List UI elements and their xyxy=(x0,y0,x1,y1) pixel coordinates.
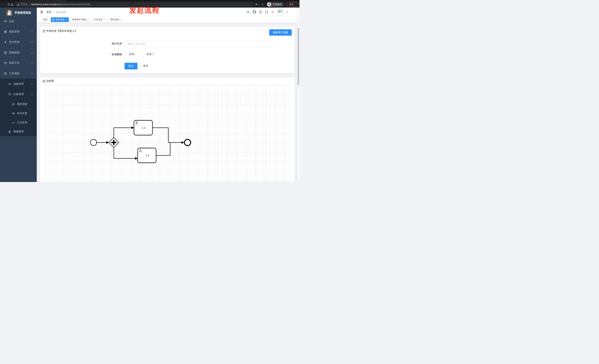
breadcrumb-home[interactable]: 首页 xyxy=(46,10,52,14)
url-path: /bpm/process-instance/create xyxy=(60,3,90,6)
picture-icon xyxy=(43,80,45,83)
password-key-icon[interactable] xyxy=(255,3,258,6)
chevron-down-icon xyxy=(31,31,33,33)
checkbox-option-1[interactable]: 选项一 xyxy=(124,53,137,56)
sidebar-item-payment[interactable]: ¥ 支付管理 xyxy=(0,37,37,47)
browser-active-tab[interactable] xyxy=(20,0,67,1)
chrome-menu-kebab-icon[interactable]: ⋮ xyxy=(295,3,297,6)
sidebar-item-todo-tasks[interactable]: 待办任务 xyxy=(0,109,37,118)
back-icon[interactable]: ← xyxy=(1,3,3,6)
user-icon xyxy=(8,130,11,133)
chevron-down-icon xyxy=(31,42,33,43)
help-icon[interactable]: ? xyxy=(259,10,262,14)
reload-icon[interactable] xyxy=(8,3,10,6)
sidebar-item-label: 系统管理 xyxy=(9,30,19,34)
sidebar-item-label: 待办任务 xyxy=(17,112,27,115)
sidebar-item-dev-tools[interactable]: 研发工具 xyxy=(0,58,37,68)
sidebar-item-leave-query[interactable]: 请假查询 xyxy=(0,127,37,136)
form-buttons: 提交 重置 xyxy=(124,63,152,69)
apply-info-card: 申请信息【测试多审批人】 选择其它流程 *单行文本 *多选框组 选项一 选项二 … xyxy=(40,27,295,73)
sidebar-item-label: 基础设施 xyxy=(9,51,19,54)
bpmn-task-label: 1.1 xyxy=(142,126,145,129)
forward-icon[interactable]: → xyxy=(4,3,7,6)
submit-button[interactable]: 提交 xyxy=(124,63,137,69)
bpmn-diagram: 1.1 1.2 xyxy=(44,85,291,182)
github-icon[interactable] xyxy=(253,10,256,14)
app-header: 首页 / 发起流程 ? TT ▾ xyxy=(37,8,300,17)
dashboard-icon xyxy=(4,20,7,23)
checkbox-icon[interactable] xyxy=(124,53,127,56)
bpmn-canvas[interactable]: 1.1 1.2 xyxy=(44,85,291,182)
bpmn-user-task-1: 1.1 xyxy=(134,120,152,135)
app-title: 芋道管理系统 xyxy=(14,11,31,15)
svg-text:?: ? xyxy=(260,11,261,13)
chrome-toolbar-icons: ☆ xyxy=(255,3,264,6)
monitor-icon xyxy=(4,51,7,54)
svg-text:¥: ¥ xyxy=(5,41,6,43)
select-other-process-button[interactable]: 选择其它流程 xyxy=(269,29,292,36)
yen-icon: ¥ xyxy=(4,41,7,43)
apply-info-title: 申请信息【测试多审批人】 xyxy=(43,29,77,33)
avatar-caret-icon[interactable]: ▾ xyxy=(287,11,288,13)
bookmark-star-icon[interactable]: ☆ xyxy=(261,3,264,6)
text-field-label: *单行文本 xyxy=(85,42,122,45)
task-tree-icon xyxy=(8,93,11,96)
sidebar-fold-icon[interactable] xyxy=(40,10,44,14)
reset-button[interactable]: 重置 xyxy=(139,63,152,69)
search-icon[interactable] xyxy=(247,10,250,14)
fullscreen-icon[interactable] xyxy=(265,10,268,14)
sidebar-item-process-management[interactable]: 流程管理 xyxy=(0,79,37,89)
eye-icon xyxy=(12,112,15,115)
breadcrumb-separator: / xyxy=(53,11,54,14)
browser-toolbar: ← → 不安全 dashboard.yudao.iocoder.cn/bpm/p… xyxy=(0,1,300,8)
security-warning-icon xyxy=(17,3,20,6)
breadcrumb-current: 发起流程 xyxy=(56,10,66,14)
close-icon[interactable]: × xyxy=(104,18,105,21)
sidebar-item-done-tasks[interactable]: 已办任务 xyxy=(0,118,37,127)
tab-done-tasks[interactable]: 已办任务× xyxy=(92,17,107,22)
sidebar-item-infrastructure[interactable]: 基础设施 xyxy=(0,47,37,58)
user-avatar[interactable] xyxy=(277,8,284,16)
close-icon[interactable]: × xyxy=(87,18,89,21)
sidebar-logo[interactable]: 芋道管理系统 xyxy=(0,9,37,17)
home-icon[interactable] xyxy=(11,3,13,6)
sidebar-item-system[interactable]: 系统管理 xyxy=(0,26,37,37)
update-label[interactable]: 更新 xyxy=(289,3,294,6)
sidebar-item-home[interactable]: 首页 xyxy=(0,16,37,26)
checkbox-group-label: *多选框组 xyxy=(85,53,122,56)
bpmn-start-event xyxy=(90,139,97,146)
bpmn-task-label: 1.2 xyxy=(145,154,149,157)
sidebar-item-label: 已办任务 xyxy=(17,121,27,124)
tab-start-process[interactable]: 发起流程× xyxy=(51,17,69,22)
font-size-icon[interactable]: TT xyxy=(271,10,274,14)
process-diagram-card: 流程图 xyxy=(40,77,295,182)
tab-form-edit[interactable]: 流程表单-编辑× xyxy=(70,17,90,22)
header-actions: ? TT ▾ xyxy=(247,8,288,17)
sidebar-item-label: 研发工具 xyxy=(9,61,19,65)
sidebar-item-workflow[interactable]: 工作流程 xyxy=(0,68,37,79)
checkbox-icon[interactable] xyxy=(142,53,145,56)
page-scrollbar[interactable] xyxy=(297,8,300,182)
sidebar-item-my-process[interactable]: 我的流程 xyxy=(0,100,37,109)
security-label[interactable]: 不安全 xyxy=(21,3,28,6)
svg-text:T: T xyxy=(272,11,274,14)
bpmn-user-task-2: 1.2 xyxy=(138,148,156,163)
bpmn-end-event xyxy=(185,139,191,146)
tab-home[interactable]: 首页 xyxy=(41,17,49,22)
url-bar[interactable]: 不安全 dashboard.yudao.iocoder.cn/bpm/proce… xyxy=(15,2,254,7)
single-line-text-input[interactable] xyxy=(124,40,271,47)
tab-my-process[interactable]: 我的流程× xyxy=(108,17,123,22)
briefcase-icon xyxy=(4,72,7,75)
scrollbar-thumb[interactable] xyxy=(298,28,299,85)
breadcrumb: 首页 / 发起流程 xyxy=(46,8,66,17)
eye-closed-icon xyxy=(12,121,15,124)
chevron-down-icon xyxy=(31,84,33,85)
chrome-update-button[interactable]: 更新 ⋮ xyxy=(287,2,299,7)
card-divider xyxy=(40,85,294,85)
sidebar-item-label: 首页 xyxy=(9,20,14,23)
checkbox-option-2[interactable]: 选项二 xyxy=(142,53,154,56)
close-icon[interactable]: × xyxy=(65,18,67,21)
close-icon[interactable]: × xyxy=(120,18,122,21)
sidebar-item-label: 流程管理 xyxy=(13,82,24,86)
sidebar-item-task-management[interactable]: 任务管理 xyxy=(0,90,37,99)
